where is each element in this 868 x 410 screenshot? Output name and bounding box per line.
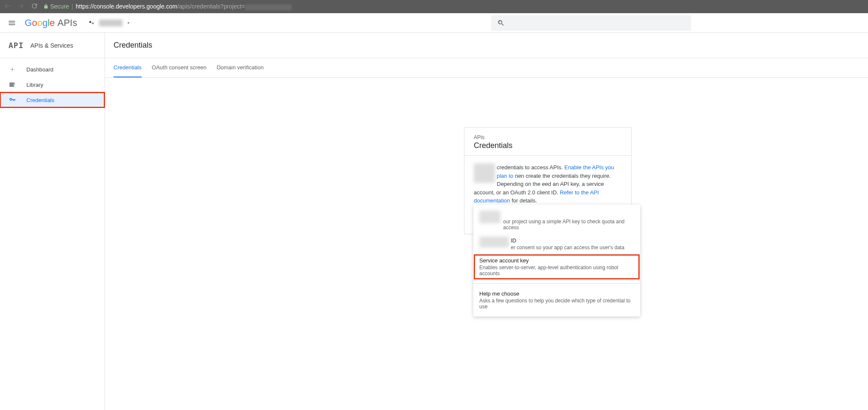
browser-chrome: Secure | https://console.developers.goog… — [0, 0, 868, 13]
dropdown-icon — [126, 20, 131, 26]
google-apis-logo[interactable]: Google APIs — [25, 17, 77, 28]
svg-point-0 — [89, 21, 91, 23]
search-icon — [497, 19, 505, 27]
search-input[interactable] — [491, 15, 691, 31]
project-selector[interactable] — [88, 19, 131, 27]
dropdown-item-api-key[interactable]: our project using a simple API key to ch… — [473, 208, 640, 234]
reload-icon[interactable] — [31, 2, 38, 11]
hamburger-menu-icon[interactable] — [7, 18, 17, 28]
api-logo-icon: API — [9, 41, 24, 50]
tab-credentials[interactable]: Credentials — [114, 58, 142, 77]
sidebar: API APIs & Services Dashboard Library Cr… — [0, 33, 105, 410]
dashboard-icon — [9, 65, 16, 73]
tab-domain-verification[interactable]: Domain verification — [216, 58, 264, 77]
main-header: Credentials — [105, 33, 868, 58]
redacted-region — [479, 211, 501, 223]
url-bar[interactable]: Secure | https://console.developers.goog… — [43, 3, 292, 10]
library-icon — [9, 81, 16, 88]
dropdown-item-oauth-client-id[interactable]: ID er consent so your app can access the… — [473, 234, 640, 254]
redacted-region — [479, 236, 509, 248]
secure-label: Secure — [50, 3, 69, 10]
svg-point-1 — [92, 22, 94, 24]
tab-oauth-consent[interactable]: OAuth consent screen — [152, 58, 207, 77]
sidebar-item-label: Library — [26, 82, 43, 88]
card-blur-region — [474, 163, 495, 183]
sidebar-title: APIs & Services — [31, 42, 73, 49]
app-bar: Google APIs — [0, 13, 868, 33]
forward-icon[interactable] — [17, 2, 25, 11]
dropdown-item-help-me-choose[interactable]: Help me choose Asks a few questions to h… — [473, 287, 640, 313]
sidebar-item-label: Credentials — [26, 97, 54, 103]
url-redacted — [245, 4, 292, 10]
secure-indicator: Secure — [43, 3, 69, 10]
dropdown-item-service-account-key[interactable]: Service account key Enables server-to-se… — [473, 254, 640, 280]
back-icon[interactable] — [3, 2, 11, 11]
project-icon — [88, 19, 96, 27]
dropdown-divider — [473, 283, 640, 284]
sidebar-item-dashboard[interactable]: Dashboard — [0, 62, 105, 77]
main-content: Credentials Credentials OAuth consent sc… — [105, 33, 868, 410]
lock-icon — [43, 4, 48, 9]
sidebar-item-label: Dashboard — [26, 66, 54, 73]
url-text: https://console.developers.google.com/ap… — [76, 3, 292, 10]
svg-point-2 — [12, 69, 13, 70]
sidebar-header[interactable]: API APIs & Services — [0, 33, 105, 58]
browser-nav — [3, 2, 38, 11]
sidebar-item-library[interactable]: Library — [0, 77, 105, 92]
sidebar-item-credentials[interactable]: Credentials — [0, 92, 105, 108]
card-header: APIs Credentials — [464, 128, 631, 156]
tabs: Credentials OAuth consent screen Domain … — [105, 58, 868, 78]
project-name-redacted — [99, 20, 122, 26]
key-icon — [9, 96, 16, 104]
page-title: Credentials — [114, 41, 152, 50]
url-divider: | — [71, 3, 73, 10]
card-suptitle: APIs — [474, 134, 622, 140]
create-credentials-dropdown: our project using a simple API key to ch… — [473, 205, 640, 316]
card-title: Credentials — [474, 141, 622, 150]
